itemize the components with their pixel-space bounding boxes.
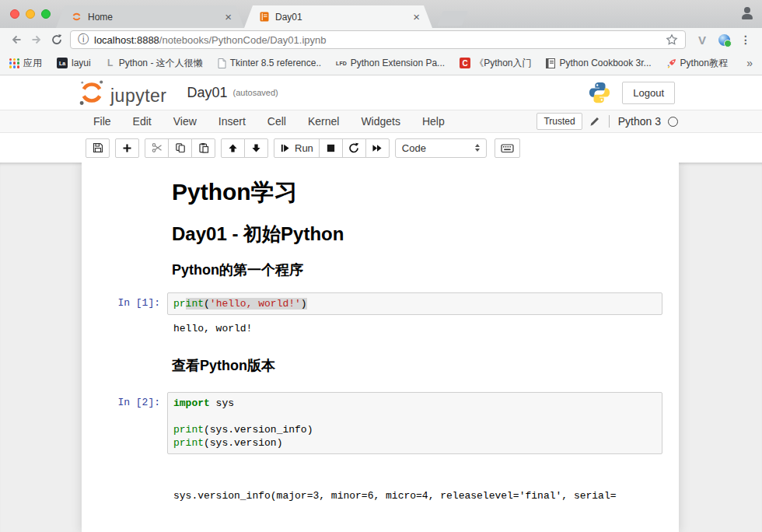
bookmark-star-icon[interactable] bbox=[666, 33, 678, 46]
apps-grid-icon bbox=[9, 58, 19, 68]
layui-icon: La bbox=[57, 58, 68, 68]
output-area-2: sys.version_info(major=3, minor=6, micro… bbox=[82, 457, 679, 532]
red-c-icon: C bbox=[460, 58, 470, 68]
bookmark-python-tutorial[interactable]: Python教程 bbox=[666, 57, 728, 70]
tab-day01[interactable]: Day01 × bbox=[244, 5, 432, 28]
bookmark-python-blog[interactable]: L Python - 这个人很懒 bbox=[106, 57, 203, 70]
bookmark-layui[interactable]: La layui bbox=[57, 58, 91, 68]
code-cell-1[interactable]: In [1]: print('hello, world!') bbox=[82, 282, 679, 318]
bookmark-apps[interactable]: 应用 bbox=[9, 57, 42, 70]
tab-home-close-icon[interactable]: × bbox=[223, 11, 233, 23]
jupyter-header: jupyter Day01 (autosaved) Logout bbox=[0, 75, 762, 110]
code-input-1[interactable]: print('hello, world!') bbox=[167, 292, 662, 315]
input-prompt-2: In [2]: bbox=[82, 392, 167, 454]
browser-tab-bar: Home × Day01 × bbox=[0, 0, 762, 28]
address-bar[interactable]: ⓘ localhost:8888/notebooks/PythonCode/Da… bbox=[70, 30, 686, 49]
tab-home[interactable]: Home × bbox=[56, 5, 244, 28]
select-arrows-icon bbox=[475, 144, 480, 152]
menu-help[interactable]: Help bbox=[411, 115, 456, 128]
forward-icon[interactable] bbox=[26, 30, 47, 49]
translate-globe-icon[interactable] bbox=[714, 30, 734, 49]
jupyter-menubar: File Edit View Insert Cell Kernel Widget… bbox=[0, 110, 762, 133]
menu-view[interactable]: View bbox=[163, 115, 208, 128]
paste-cells-button[interactable] bbox=[191, 138, 215, 158]
window-controls bbox=[10, 9, 51, 19]
kernel-idle-indicator bbox=[668, 117, 678, 127]
menu-insert[interactable]: Insert bbox=[208, 115, 257, 128]
notebook-title[interactable]: Day01 bbox=[187, 85, 228, 101]
heading-day01: Day01 - 初始Python bbox=[167, 222, 662, 247]
cut-cells-button[interactable] bbox=[145, 138, 169, 158]
rocket-icon bbox=[666, 58, 676, 68]
back-icon[interactable] bbox=[6, 30, 26, 49]
minimize-window-button[interactable] bbox=[26, 9, 35, 19]
restart-kernel-button[interactable] bbox=[342, 138, 366, 158]
save-button[interactable] bbox=[86, 138, 110, 158]
command-palette-button[interactable] bbox=[495, 138, 520, 158]
divider bbox=[609, 115, 610, 128]
stop-button[interactable] bbox=[319, 138, 343, 158]
page-info-icon[interactable]: ⓘ bbox=[78, 33, 89, 47]
move-cell-up-button[interactable] bbox=[221, 138, 245, 158]
jupyter-toolbar: Run Code bbox=[0, 133, 762, 163]
python-logo-icon bbox=[588, 81, 611, 104]
run-button[interactable]: Run bbox=[274, 138, 320, 158]
code-cell-2[interactable]: In [2]: import sys print(sys.version_inf… bbox=[82, 380, 679, 457]
notebook-scroll-area[interactable]: Python学习 Day01 - 初始Python Python的第一个程序 I… bbox=[0, 163, 762, 532]
menu-file[interactable]: File bbox=[82, 115, 122, 128]
chrome-menu-icon[interactable]: ⋮ bbox=[736, 30, 756, 49]
pencil-icon[interactable] bbox=[589, 116, 600, 127]
tab-day01-close-icon[interactable]: × bbox=[411, 11, 421, 23]
markdown-cell-h3-first-program[interactable]: Python的第一个程序 bbox=[82, 250, 679, 282]
book-icon bbox=[546, 58, 555, 68]
heading-check-version: 查看Python版本 bbox=[167, 356, 662, 375]
selected-text: int('hello, world!') bbox=[186, 298, 307, 310]
logout-button[interactable]: Logout bbox=[622, 82, 675, 104]
reload-icon[interactable] bbox=[47, 30, 67, 49]
restart-run-all-button[interactable] bbox=[365, 138, 390, 158]
code-input-2[interactable]: import sys print(sys.version_info) print… bbox=[167, 392, 662, 454]
output-text-2: sys.version_info(major=3, minor=6, micro… bbox=[167, 462, 662, 532]
bookmark-python-intro[interactable]: C 《Python入门 bbox=[460, 57, 531, 70]
lfd-icon: LFD bbox=[336, 61, 347, 66]
markdown-cell-h1[interactable]: Python学习 bbox=[82, 173, 679, 212]
run-button-label: Run bbox=[295, 142, 313, 154]
notebook-container: Python学习 Day01 - 初始Python Python的第一个程序 I… bbox=[82, 163, 679, 532]
bookmark-python-extension[interactable]: LFD Python Extension Pa... bbox=[336, 58, 445, 68]
jupyter-wordmark: jupyter bbox=[110, 86, 167, 107]
jupyter-logo-icon bbox=[72, 12, 82, 22]
menu-edit[interactable]: Edit bbox=[122, 115, 163, 128]
kernel-name: Python 3 bbox=[618, 115, 661, 128]
trusted-badge[interactable]: Trusted bbox=[537, 113, 582, 130]
menu-kernel[interactable]: Kernel bbox=[297, 115, 350, 128]
new-tab-button[interactable] bbox=[437, 11, 468, 26]
cell-type-value: Code bbox=[402, 142, 426, 154]
input-prompt-1: In [1]: bbox=[82, 292, 167, 315]
bookmarks-overflow-chevron[interactable]: » bbox=[746, 57, 753, 69]
bookmark-python-cookbook[interactable]: Python Cookbook 3r... bbox=[546, 58, 651, 68]
bookmark-tkinter[interactable]: Tkinter 8.5 reference.. bbox=[218, 58, 321, 68]
markdown-cell-h2[interactable]: Day01 - 初始Python bbox=[82, 212, 679, 250]
markdown-cell-h3-version[interactable]: 查看Python版本 bbox=[82, 338, 679, 380]
tab-home-label: Home bbox=[88, 12, 223, 23]
cell-type-select[interactable]: Code bbox=[395, 138, 487, 158]
move-cell-down-button[interactable] bbox=[244, 138, 268, 158]
orange-notebook-icon bbox=[260, 12, 269, 22]
menu-widgets[interactable]: Widgets bbox=[350, 115, 411, 128]
browser-window: Home × Day01 × bbox=[0, 0, 762, 532]
profile-icon[interactable] bbox=[740, 7, 754, 21]
document-icon bbox=[218, 58, 226, 68]
zoom-window-button[interactable] bbox=[41, 9, 51, 19]
close-window-button[interactable] bbox=[10, 9, 19, 19]
add-cell-button[interactable] bbox=[115, 138, 139, 158]
letter-l-icon: L bbox=[106, 58, 115, 68]
autosave-status: (autosaved) bbox=[233, 88, 278, 97]
extension-v-icon[interactable]: V bbox=[692, 30, 712, 49]
menu-cell[interactable]: Cell bbox=[257, 115, 297, 128]
output-text-1: hello, world! bbox=[167, 322, 662, 336]
jupyter-logo[interactable]: jupyter bbox=[78, 79, 167, 107]
output-area-1: hello, world! bbox=[82, 318, 679, 338]
url-text[interactable]: localhost:8888/notebooks/PythonCode/Day0… bbox=[94, 34, 666, 46]
copy-cells-button[interactable] bbox=[168, 138, 192, 158]
tab-day01-label: Day01 bbox=[275, 12, 411, 23]
